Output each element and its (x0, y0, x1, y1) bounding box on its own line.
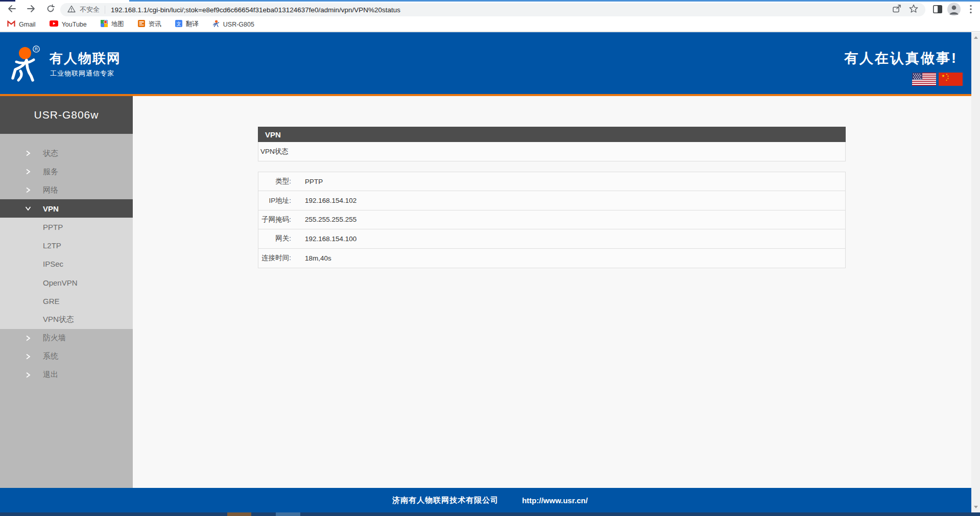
security-label: 不安全 (80, 5, 100, 14)
maps-icon (101, 20, 108, 29)
vpn-panel-title: VPN (258, 127, 846, 142)
gmail-icon (7, 20, 15, 29)
reload-icon (46, 4, 55, 15)
chevron-right-icon (25, 335, 32, 342)
row-label: IP地址: (258, 196, 291, 205)
bottom-strip-segment (276, 512, 300, 516)
bookmark-label: 翻译 (186, 20, 199, 29)
sidebar-item-label: 退出 (43, 370, 58, 380)
menu-button[interactable] (966, 5, 976, 16)
back-icon (7, 4, 16, 15)
address-bar[interactable]: 不安全 192.168.1.1/cgi-bin/luci/;stok=e8ef9… (60, 3, 925, 16)
table-row: 类型: PPTP (258, 172, 845, 191)
chevron-right-icon (25, 168, 32, 175)
brand-title: 有人物联网 (50, 50, 121, 67)
sidebar-item-label: GRE (43, 297, 60, 306)
us-flag-icon[interactable] (912, 73, 936, 86)
header-slogan: 有人在认真做事! (844, 49, 958, 67)
sidebar-item-l2tp[interactable]: L2TP (0, 236, 133, 254)
language-flags (912, 73, 963, 86)
footer: 济南有人物联网技术有限公司 http://www.usr.cn/ (0, 488, 980, 512)
chevron-right-icon (25, 353, 32, 360)
side-panel-button[interactable] (932, 5, 943, 15)
screen: 不安全 192.168.1.1/cgi-bin/luci/;stok=e8ef9… (0, 0, 980, 516)
row-label: 连接时间: (258, 253, 291, 263)
table-row: 网关: 192.168.154.100 (258, 229, 845, 248)
bookmark-label: USR-G805 (223, 21, 254, 28)
news-icon (138, 20, 145, 29)
table-row: 连接时间: 18m,40s (258, 249, 845, 268)
row-value: 192.168.154.100 (291, 235, 356, 243)
back-button[interactable] (5, 3, 18, 16)
scrollbar-up-icon[interactable] (971, 33, 980, 42)
reload-button[interactable] (44, 3, 57, 16)
share-icon (892, 4, 902, 15)
usr-bookmark-icon (212, 20, 220, 29)
row-value: 255.255.255.255 (291, 216, 356, 223)
side-panel-icon (933, 5, 943, 16)
url-text: 192.168.1.1/cgi-bin/luci/;stok=e8ef9cd6c… (111, 6, 400, 14)
sidebar-item-gre[interactable]: GRE (0, 292, 133, 310)
sidebar-item-label: PPTP (43, 223, 63, 231)
vpn-panel-subtitle: VPN状态 (258, 142, 846, 161)
share-button[interactable] (891, 4, 902, 15)
sidebar-item-firewall[interactable]: 防火墙 (0, 329, 133, 347)
sidebar-item-label: VPN (43, 204, 59, 213)
page-scrollbar[interactable] (971, 32, 980, 512)
bottom-strip-segment (227, 512, 251, 516)
sidebar-item-label: L2TP (43, 241, 61, 250)
forward-icon (27, 4, 36, 15)
bookmark-translate[interactable]: 文 翻译 (175, 20, 199, 29)
row-value: 192.168.154.102 (291, 197, 356, 204)
scrollbar-down-icon[interactable] (971, 503, 980, 511)
row-label: 网关: (258, 234, 291, 243)
sidebar-item-label: 网络 (43, 185, 58, 195)
star-icon (909, 4, 918, 15)
sidebar-item-system[interactable]: 系统 (0, 347, 133, 366)
chevron-down-icon (25, 205, 32, 212)
translate-icon: 文 (175, 20, 182, 29)
bookmark-news[interactable]: 资讯 (138, 20, 161, 29)
vpn-status-table: 类型: PPTP IP地址: 192.168.154.102 子网掩码: 255… (258, 172, 846, 268)
sidebar-item-vpn-status[interactable]: VPN状态 (0, 310, 133, 329)
bookmark-youtube[interactable]: YouTube (50, 20, 87, 28)
kebab-menu-icon (970, 5, 972, 16)
svg-text:R: R (35, 46, 38, 52)
bookmark-label: 地图 (111, 20, 124, 29)
sidebar-item-status[interactable]: 状态 (0, 144, 133, 162)
bookmark-label: Gmail (19, 21, 36, 28)
china-flag-icon[interactable] (939, 73, 963, 86)
sidebar-item-logout[interactable]: 退出 (0, 366, 133, 384)
bottom-strip (0, 512, 980, 516)
brand-subtitle: 工业物联网通信专家 (50, 69, 114, 78)
avatar (947, 3, 961, 18)
row-value: 18m,40s (291, 254, 331, 262)
bookmark-label: 资讯 (149, 20, 161, 29)
footer-website-link[interactable]: http://www.usr.cn/ (522, 496, 588, 505)
table-row: IP地址: 192.168.154.102 (258, 191, 845, 210)
sidebar-item-label: 服务 (43, 167, 58, 177)
sidebar-item-label: IPSec (43, 260, 63, 268)
address-separator (105, 6, 105, 14)
sidebar-item-label: OpenVPN (43, 278, 78, 287)
svg-text:文: 文 (176, 21, 181, 27)
sidebar-item-ipsec[interactable]: IPSec (0, 255, 133, 273)
site-header: R 有人物联网 工业物联网通信专家 有人在认真做事! (0, 32, 980, 94)
sidebar-item-services[interactable]: 服务 (0, 162, 133, 181)
bookmark-button[interactable] (908, 4, 919, 15)
sidebar-item-openvpn[interactable]: OpenVPN (0, 273, 133, 292)
bookmark-maps[interactable]: 地图 (101, 20, 124, 29)
browser-toolbar: 不安全 192.168.1.1/cgi-bin/luci/;stok=e8ef9… (0, 2, 980, 17)
bookmark-usr-g805[interactable]: USR-G805 (212, 20, 254, 29)
profile-button[interactable] (947, 4, 961, 17)
sidebar-item-pptp[interactable]: PPTP (0, 218, 133, 236)
sidebar-nav: 状态 服务 网络 VPN PPTP L2TP IPSec (0, 134, 133, 384)
bookmarks-bar: Gmail YouTube 地图 资讯 文 翻译 USR-G805 (0, 17, 980, 32)
sidebar-item-vpn[interactable]: VPN (0, 199, 133, 218)
bookmark-gmail[interactable]: Gmail (7, 20, 36, 29)
brand-logo-icon: R (9, 44, 42, 84)
chevron-right-icon (25, 186, 32, 194)
forward-button[interactable] (25, 3, 38, 16)
row-value: PPTP (291, 178, 323, 185)
sidebar-item-network[interactable]: 网络 (0, 181, 133, 199)
